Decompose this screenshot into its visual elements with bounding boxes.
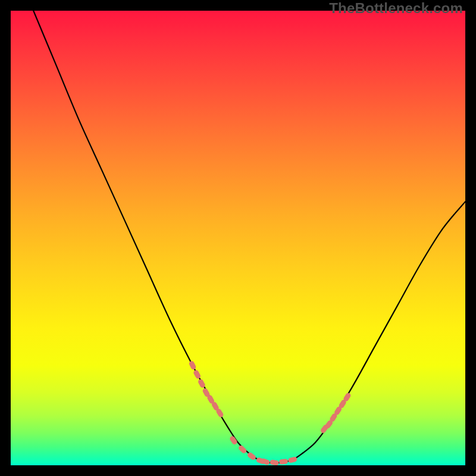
bottleneck-curve-svg	[11, 11, 465, 465]
marker-left_cluster	[188, 360, 196, 370]
watermark-text: TheBottleneck.com	[329, 0, 463, 17]
marker-left_cluster	[193, 369, 202, 380]
marker-group	[188, 360, 352, 465]
marker-valley	[270, 459, 279, 465]
chart-frame: TheBottleneck.com	[0, 0, 476, 476]
marker-valley	[237, 444, 248, 455]
plot-area	[11, 11, 465, 465]
marker-valley	[279, 459, 289, 465]
bottleneck-curve-path	[33, 11, 465, 463]
